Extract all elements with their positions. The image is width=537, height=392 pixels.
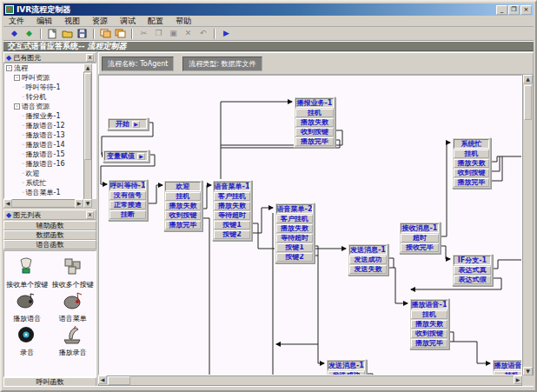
tree-item-转分机[interactable]: –转分机 [4, 92, 96, 102]
flow-node-sysbusy[interactable]: 系统忙挂机播放失败收到按键播放完毕 [452, 137, 491, 189]
palette-item-接收单个按键[interactable]: 接收单个按键 [6, 256, 48, 289]
paste-icon[interactable]: ▣ [167, 28, 180, 39]
node-branch-按键1[interactable]: 按键1 [214, 221, 250, 229]
new-file-icon[interactable] [46, 28, 59, 39]
palette-item-录音[interactable]: 录音 [6, 324, 48, 356]
flow-node-sendmsg1[interactable]: 发送消息-1发送成功发送失败 [348, 243, 388, 276]
node-title[interactable]: 发送消息-1 [349, 245, 387, 255]
scroll-down-icon[interactable]: ▼ [83, 199, 92, 208]
close-button[interactable]: × [520, 5, 532, 15]
node-branch-挂断[interactable]: 挂断 [109, 210, 146, 219]
node-title[interactable]: 接收消息-1 [401, 223, 439, 233]
tree-item-欢迎[interactable]: –欢迎 [4, 169, 96, 178]
category-bar-0[interactable]: 辅助函数 [3, 221, 96, 230]
menu-item-1[interactable]: 编辑 [36, 16, 52, 27]
menu-item-6[interactable]: 帮助 [176, 16, 191, 27]
tree-expander-icon[interactable]: - [14, 103, 20, 110]
node-branch-播放失败[interactable]: 播放失败 [276, 224, 313, 233]
tree-item-播放语音-12[interactable]: –播放语音-12 [4, 121, 96, 130]
menu-item-5[interactable]: 配置 [148, 16, 163, 27]
delete-icon[interactable]: ✕ [182, 28, 195, 39]
node-title[interactable]: 系统忙 [454, 139, 489, 149]
back-diamond-icon[interactable]: ◆ [8, 28, 21, 39]
tree-item-播放语音-15[interactable]: –播放语音-15 [4, 149, 96, 159]
canvas-horizontal-scrollbar[interactable]: ◀ ▶ [98, 375, 522, 386]
canvas-vscroll-thumb[interactable] [524, 85, 532, 120]
node-branch-发送成功[interactable]: 发送成功 [349, 256, 387, 264]
run-icon[interactable]: ▶ [220, 28, 233, 39]
node-branch-客户挂机[interactable]: 客户挂机 [276, 215, 313, 223]
forward-diamond-icon[interactable]: ◆ [23, 28, 36, 39]
node-branch-接收完毕[interactable]: 接收完毕 [401, 243, 439, 252]
title-bar[interactable]: IVR流程定制器 _ ❐ × [3, 3, 534, 16]
node-branch-挂机[interactable]: 挂机 [295, 109, 334, 117]
flow-node-menu1[interactable]: 语音菜单-1客户挂机播放失败等待超时按键1按键2 [212, 180, 252, 241]
palette-item-语音菜单[interactable]: 语音菜单 [52, 290, 94, 322]
tree-item-语音资源[interactable]: -语音资源 [4, 102, 96, 111]
tree-scroll-thumb[interactable] [84, 73, 91, 160]
flow-node-sendmsg1b[interactable]: 发送消息-1发送成功发送失败 [326, 359, 367, 375]
node-branch-挂机[interactable]: 挂机 [165, 192, 201, 201]
flow-node-ifbranch1[interactable]: IF分支-1表达式真表达式假 [452, 254, 493, 286]
node-branch-等待超时[interactable]: 等待超时 [214, 211, 250, 220]
open-folder-icon[interactable] [61, 28, 74, 39]
tree-vertical-scrollbar[interactable]: ▲ ▼ [83, 63, 92, 208]
cut-icon[interactable]: ✂ [137, 28, 150, 39]
tree-item-播放语音-14[interactable]: –播放语音-14 [4, 140, 96, 149]
tree-item-播放语音-16[interactable]: –播放语音-16 [4, 159, 96, 169]
scroll-up-icon[interactable]: ▲ [83, 63, 92, 72]
node-branch-播放失败[interactable]: 播放失败 [454, 159, 489, 168]
node-branch-播放完毕[interactable]: 播放完毕 [295, 137, 334, 146]
tree-horizontal-scrollbar[interactable]: ◀ ▶ [3, 199, 83, 208]
node-title[interactable]: 播放语音-1 [494, 361, 522, 370]
category-bar-1[interactable]: 数据函数 [3, 230, 96, 240]
flow-node-callwait1[interactable]: 呼叫等待-1没有信号正常接通挂断 [108, 179, 148, 221]
palette-close-icon[interactable]: x [86, 54, 94, 62]
node-port-button[interactable]: ▶ [137, 153, 145, 160]
node-branch-播放失败[interactable]: 播放失败 [411, 320, 448, 329]
node-branch-收到按键[interactable]: 收到按键 [411, 329, 448, 338]
tree-item-呼叫等待-1[interactable]: –呼叫等待-1 [4, 83, 96, 92]
category-bar-2[interactable]: 语音函数 [3, 240, 96, 249]
save-icon[interactable] [76, 28, 89, 39]
node-branch-播放失败[interactable]: 播放失败 [214, 202, 250, 210]
restore-button[interactable]: ❐ [508, 5, 520, 15]
flow-node-welcome[interactable]: 欢迎挂机播放失败收到按键播放完毕 [163, 180, 202, 231]
tree-item-呼叫资源[interactable]: -呼叫资源 [4, 73, 96, 83]
tree-item-播报业务-1[interactable]: –播报业务-1 [4, 111, 96, 121]
copy-icon[interactable]: ❐ [152, 28, 165, 39]
node-branch-播放完毕[interactable]: 播放完毕 [411, 339, 448, 348]
node-branch-收到按键[interactable]: 收到按键 [165, 211, 201, 220]
node-title[interactable]: IF分支-1 [454, 256, 491, 265]
node-title[interactable]: 欢迎 [165, 182, 201, 191]
node-branch-没有信号[interactable]: 没有信号 [109, 191, 146, 200]
node-title[interactable]: 呼叫等待-1 [109, 181, 146, 190]
node-branch-正常接通[interactable]: 正常接通 [109, 201, 146, 209]
node-title[interactable]: 语音菜单-2 [276, 204, 313, 214]
node-branch-等待超时[interactable]: 等待超时 [276, 234, 313, 243]
node-branch-按键2[interactable]: 按键2 [214, 230, 250, 239]
menu-item-4[interactable]: 调试 [120, 16, 136, 27]
node-branch-表达式假[interactable]: 表达式假 [454, 276, 491, 284]
flow-node-broadcast1[interactable]: 播报业务-1挂机播放失败收到按键播放完毕 [294, 96, 335, 148]
canvas-vertical-scrollbar[interactable]: ▲ ▼ [522, 75, 534, 375]
flow-node-playvoice1b[interactable]: 播放语音-1挂机播放失败收到按键播放完毕 [492, 359, 522, 375]
tree-item-播放语音-13[interactable]: –播放语音-13 [4, 130, 96, 140]
node-branch-超时[interactable]: 超时 [401, 234, 439, 243]
node-branch-收到按键[interactable]: 收到按键 [454, 169, 489, 177]
node-branch-播放完毕[interactable]: 播放完毕 [165, 221, 201, 229]
node-title[interactable]: 变量赋值▶ [104, 151, 148, 161]
export-flow-icon[interactable] [114, 28, 127, 39]
node-branch-按键1[interactable]: 按键1 [276, 243, 313, 252]
scroll-right-icon[interactable]: ▶ [75, 199, 83, 208]
flow-node-menu2[interactable]: 语音菜单-2客户挂机播放失败等待超时按键1按键2 [275, 203, 315, 263]
flow-node-playvoice1[interactable]: 播放语音-1挂机播放失败收到按键播放完毕 [409, 298, 449, 349]
menu-item-0[interactable]: 文件 [9, 16, 24, 27]
node-branch-挂机[interactable]: 挂机 [454, 149, 489, 158]
scroll-down-icon[interactable]: ▼ [523, 367, 533, 375]
tree-item-流程[interactable]: -流程 [4, 63, 96, 73]
flow-canvas[interactable]: 开始▶变量赋值▶呼叫等待-1没有信号正常接通挂断欢迎挂机播放失败收到按键播放完毕… [98, 75, 522, 375]
scroll-right-icon[interactable]: ▶ [514, 375, 522, 384]
node-title[interactable]: 播报业务-1 [295, 98, 334, 108]
flow-node-start[interactable]: 开始▶ [107, 117, 149, 130]
